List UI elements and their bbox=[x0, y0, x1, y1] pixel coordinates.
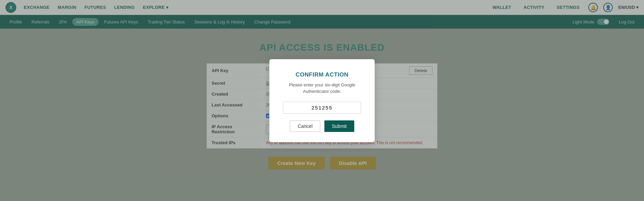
modal-title: CONFIRM ACTION bbox=[283, 71, 361, 78]
modal-buttons: Cancel Submit bbox=[283, 120, 361, 132]
cancel-button[interactable]: Cancel bbox=[290, 120, 320, 132]
submit-button[interactable]: Submit bbox=[324, 120, 354, 132]
authenticator-code-input[interactable] bbox=[283, 102, 361, 114]
confirm-action-modal: CONFIRM ACTION Please enter your six-dig… bbox=[269, 59, 375, 142]
modal-subtitle: Please enter your six-digit Google Authe… bbox=[283, 82, 361, 95]
modal-overlay[interactable]: CONFIRM ACTION Please enter your six-dig… bbox=[0, 0, 644, 201]
